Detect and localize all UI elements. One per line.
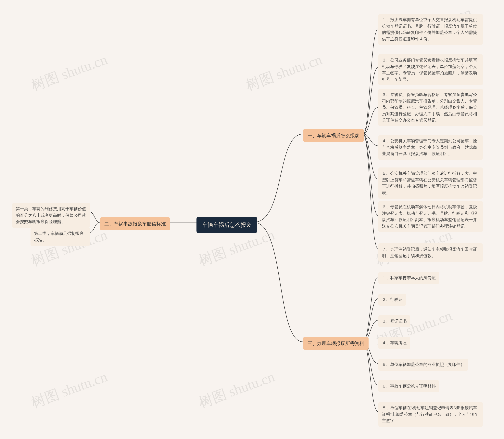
- branch-1-leaf-4[interactable]: ４、公安机关车辆管理部门专人定期到公司验车，验车合格后签字盖章，办公室专管员到市…: [378, 135, 483, 160]
- branch-1-leaf-3[interactable]: ３、专管员、保管员验车合格后，专管员负责填写公司内部印制的报废汽车报告单，分别由…: [378, 89, 483, 126]
- branch-3-leaf-4[interactable]: ４、车辆牌照: [378, 337, 410, 349]
- branch-3-leaf-7[interactable]: ８、单位车辆在“机动车注销登记申请表”和“报废汽车证明”上加盖公章（与行驶证户名…: [378, 402, 483, 427]
- branch-3-leaf-5[interactable]: ５、单位车辆加盖公章的营业执照（复印件）: [378, 359, 468, 371]
- branch-1-leaf-6[interactable]: ６、专管员在机动车解体七日内将机动车停驶，复驶注销登记表、机动车登记证书、号牌、…: [378, 201, 483, 232]
- branch-1[interactable]: 一、车辆车祸后怎么报废: [303, 129, 364, 142]
- branch-3-leaf-3[interactable]: ３、登记证书: [378, 315, 410, 327]
- watermark: 树图 shutu.cn: [29, 367, 110, 412]
- branch-2[interactable]: 二、车祸事故报废车赔偿标准: [100, 217, 170, 230]
- branch-3-leaf-2[interactable]: ２、行驶证: [378, 293, 406, 305]
- watermark: 树图 shutu.cn: [196, 367, 277, 412]
- branch-3[interactable]: 三、办理车辆报废所需资料: [303, 337, 369, 350]
- watermark: 树图 shutu.cn: [243, 50, 324, 95]
- branch-3-leaf-6[interactable]: ６、事故车辆需携带证明材料: [378, 380, 439, 392]
- branch-2-leaf-2[interactable]: 第二类，车辆满足强制报废标准。: [31, 228, 90, 246]
- root-node[interactable]: 车辆车祸后怎么报废: [197, 217, 257, 233]
- branch-3-leaf-1[interactable]: １、私家车携带本人的身份证: [378, 272, 439, 284]
- watermark: 树图 shutu.cn: [29, 50, 110, 95]
- branch-1-leaf-2[interactable]: ２、公司业务部门专管员负责接收报废机动车并填写机动车停驶／复驶注销登记表，单位加…: [378, 54, 483, 85]
- branch-1-leaf-5[interactable]: ５、公安机关车辆管理部门验车后进行拆解，大、中型以上货车和营运车辆在公安机关车辆…: [378, 168, 483, 199]
- branch-1-leaf-1[interactable]: １、报废汽车拥有单位或个人交售报废机动车需提供机动车登记证书、号牌、行驶证，报废…: [378, 14, 483, 45]
- branch-1-leaf-7[interactable]: ７、办理注销登记后，通知车主领取报废汽车回收证明、注销登记手续和残值款。: [378, 243, 483, 262]
- branch-2-leaf-1[interactable]: 第一类，车辆的维修费用高于车辆价值的百分之八十或者更高时，保险公司就会按照车辆报…: [12, 203, 90, 228]
